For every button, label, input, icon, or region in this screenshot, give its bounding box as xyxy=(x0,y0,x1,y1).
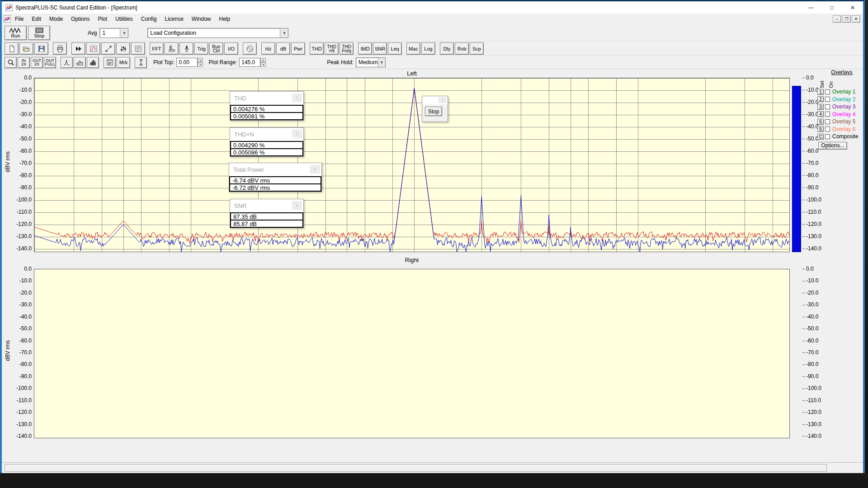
overlay-on-checkbox-4[interactable] xyxy=(825,112,830,117)
toolbar-button-thd-freq[interactable]: THDFreq xyxy=(340,42,354,55)
toolbar-button-marker[interactable]: Mrk xyxy=(117,57,130,68)
toolbar-button-leq[interactable]: Leq xyxy=(388,42,402,55)
thdn-window-titlebar[interactable]: THD+N x xyxy=(230,128,303,141)
toolbar-button-save[interactable] xyxy=(34,42,48,55)
plot-top-spinner[interactable]: ▲▼ xyxy=(198,58,203,67)
stop-button[interactable]: Stop xyxy=(28,26,50,40)
toolbar-button-trig[interactable]: Trig xyxy=(194,42,208,55)
close-icon[interactable]: x xyxy=(292,201,302,210)
toolbar-button-db[interactable]: dB xyxy=(276,42,290,55)
toolbar-button-signal-generator[interactable] xyxy=(243,42,257,55)
menu-license[interactable]: License xyxy=(160,14,187,23)
toolbar-button-mixer[interactable] xyxy=(116,42,130,55)
close-icon[interactable]: x xyxy=(292,94,302,102)
overlay-set-button-1[interactable]: 1 xyxy=(817,89,824,95)
thdn-window[interactable]: THD+N x 0.004290 % 0.005086 % xyxy=(230,127,304,157)
toolbar-button-vertical-scale[interactable] xyxy=(135,57,147,68)
overlay-on-checkbox-6[interactable] xyxy=(825,127,830,131)
peak-hold-select[interactable]: Medium ▼ xyxy=(356,57,386,67)
menu-options[interactable]: Options xyxy=(67,14,94,23)
spectrum-plot-left[interactable] xyxy=(34,78,790,252)
overlay-set-button-2[interactable]: 2 xyxy=(817,96,824,102)
toolbar-button-scp[interactable]: Scp xyxy=(470,42,484,55)
toolbar-button-snr[interactable]: SNR xyxy=(373,42,387,55)
menu-mode[interactable]: Mode xyxy=(45,14,67,23)
toolbar-button-zoom-in-2x[interactable]: IN2X xyxy=(18,57,30,68)
stop-window-titlebar[interactable]: x xyxy=(422,96,448,104)
menu-file[interactable]: File xyxy=(11,14,28,23)
toolbar-button-mac[interactable]: Mac xyxy=(406,42,420,55)
overlay-on-checkbox-2[interactable] xyxy=(825,97,830,102)
spectrum-plot-right[interactable] xyxy=(34,269,790,438)
toolbar-button-i/o[interactable]: I/O xyxy=(224,42,238,55)
toolbar-button-spectrum-view[interactable] xyxy=(61,57,73,68)
toolbar-button-open-folder[interactable] xyxy=(19,42,33,55)
avg-select[interactable]: 1 ▼ xyxy=(99,28,128,38)
toolbar-button-thd-+n[interactable]: THD+N xyxy=(325,42,339,55)
mdi-minimize-button[interactable]: – xyxy=(833,15,841,23)
toolbar-button-microphone[interactable] xyxy=(179,42,193,55)
overlay-on-checkbox-5[interactable] xyxy=(825,119,830,124)
menu-window[interactable]: Window xyxy=(188,14,215,23)
configuration-select[interactable]: Load Configuration ▼ xyxy=(147,28,288,38)
menu-config[interactable]: Config xyxy=(137,14,161,23)
toolbar-button-thd[interactable]: THD xyxy=(310,42,324,55)
chevron-down-icon[interactable]: ▼ xyxy=(120,28,128,38)
maximize-button[interactable]: □ xyxy=(821,1,842,14)
toolbar-button-dly[interactable]: Dly xyxy=(440,42,454,55)
mdi-close-button[interactable]: ✕ xyxy=(852,15,860,23)
toolbar-button-magnifier[interactable] xyxy=(5,57,17,68)
toolbar-button-fast-forward[interactable] xyxy=(71,42,85,55)
overlays-options-button[interactable]: Options... xyxy=(818,142,847,150)
overlay-set-button-6[interactable]: 6 xyxy=(817,126,824,132)
chevron-down-icon[interactable]: ▼ xyxy=(280,28,288,38)
mdi-system-icon[interactable] xyxy=(4,15,11,23)
menu-help[interactable]: Help xyxy=(215,14,235,23)
overlay-on-checkbox-c[interactable] xyxy=(825,134,830,139)
chevron-down-icon[interactable]: ▼ xyxy=(378,58,385,67)
snr-window[interactable]: SNR x 87.35 dB 85.87 dB xyxy=(230,199,304,228)
thd-window[interactable]: THD x 0.004276 % 0.005081 % xyxy=(230,91,304,121)
stop-control-window[interactable]: x Stop xyxy=(422,96,448,122)
minimize-button[interactable]: — xyxy=(801,1,821,14)
toolbar-button-imd[interactable]: IMD xyxy=(358,42,372,55)
toolbar-button-rvb[interactable]: Rvb xyxy=(455,42,469,55)
overlay-on-checkbox-1[interactable] xyxy=(825,89,830,94)
overlay-on-checkbox-3[interactable] xyxy=(825,104,830,109)
close-icon[interactable]: x xyxy=(310,165,320,174)
plot-top-input[interactable] xyxy=(176,58,198,67)
total-power-window-titlebar[interactable]: Total Power x xyxy=(229,163,321,176)
toolbar-button-bars-outline[interactable] xyxy=(74,57,86,68)
overlay-set-button-3[interactable]: 3 xyxy=(817,104,824,110)
overlay-set-button-c[interactable]: C xyxy=(817,134,824,140)
toolbar-button-log[interactable]: Log xyxy=(421,42,435,55)
toolbar-button-calibration-ruler[interactable] xyxy=(165,42,179,55)
plot-range-input[interactable] xyxy=(239,58,260,67)
overlay-set-button-5[interactable]: 5 xyxy=(817,119,824,125)
toolbar-button-new-document[interactable] xyxy=(5,42,19,55)
toolbar-button-print[interactable] xyxy=(53,42,67,55)
close-icon[interactable]: x xyxy=(292,130,302,138)
close-icon[interactable]: x xyxy=(439,97,447,103)
close-button[interactable]: ✕ xyxy=(842,1,863,14)
toolbar-button-options-grid[interactable] xyxy=(104,57,116,68)
overlay-set-button-4[interactable]: 4 xyxy=(817,111,824,117)
toolbar-button-hz[interactable]: Hz xyxy=(261,42,275,55)
menu-edit[interactable]: Edit xyxy=(28,14,45,23)
thd-window-titlebar[interactable]: THD x xyxy=(230,92,303,105)
snr-window-titlebar[interactable]: SNR x xyxy=(230,199,303,212)
stop-acquisition-button[interactable]: Stop xyxy=(425,107,442,116)
toolbar-button-fft[interactable]: FFT xyxy=(150,42,164,55)
toolbar-button-zoom-out-2x[interactable]: OUT2X xyxy=(31,57,43,68)
toolbar-button-histogram[interactable] xyxy=(87,57,99,68)
toolbar-button-pwr[interactable]: Pwr xyxy=(291,42,305,55)
menu-utilities[interactable]: Utilities xyxy=(111,14,137,23)
menu-plot[interactable]: Plot xyxy=(94,14,111,23)
run-button[interactable]: Run xyxy=(5,26,27,40)
toolbar-button-notes-list[interactable] xyxy=(131,42,145,55)
toolbar-button-scaling[interactable] xyxy=(101,42,115,55)
toolbar-button-run-ctrl[interactable]: RunCtrl xyxy=(209,42,223,55)
toolbar-button-plot-settings[interactable] xyxy=(86,42,100,55)
mdi-restore-button[interactable]: ❐ xyxy=(842,15,851,23)
toolbar-button-zoom-out-full[interactable]: OUTFULL xyxy=(44,57,56,68)
